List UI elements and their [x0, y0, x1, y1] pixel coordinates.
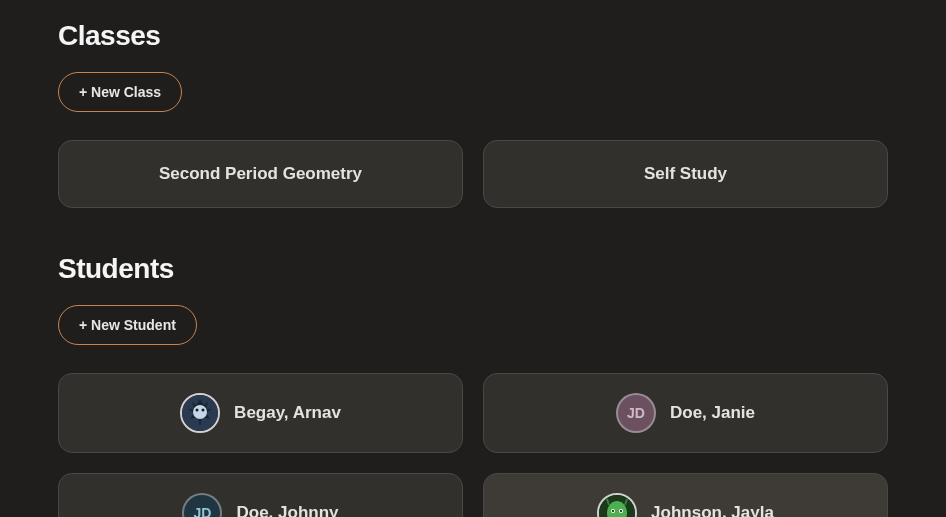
- classes-title: Classes: [58, 20, 888, 52]
- student-card[interactable]: JD Doe, Janie: [483, 373, 888, 453]
- classes-grid: Second Period Geometry Self Study: [58, 140, 888, 208]
- student-name: Doe, Johnny: [236, 503, 338, 517]
- class-card[interactable]: Self Study: [483, 140, 888, 208]
- avatar: JD: [616, 393, 656, 433]
- class-card[interactable]: Second Period Geometry: [58, 140, 463, 208]
- avatar-character-icon: [182, 395, 218, 431]
- student-name: Doe, Janie: [670, 403, 755, 423]
- avatar: [597, 493, 637, 517]
- svg-point-3: [202, 409, 205, 412]
- student-card[interactable]: Begay, Arnav: [58, 373, 463, 453]
- class-label: Self Study: [644, 164, 727, 184]
- students-section: Students + New Student Begay, Arnav JD D…: [58, 253, 888, 517]
- class-label: Second Period Geometry: [159, 164, 362, 184]
- student-name: Begay, Arnav: [234, 403, 341, 423]
- svg-point-7: [612, 510, 614, 512]
- svg-point-1: [193, 405, 207, 419]
- student-card[interactable]: Johnson, Jayla: [483, 473, 888, 517]
- avatar-initials: JD: [194, 505, 212, 517]
- new-student-button[interactable]: + New Student: [58, 305, 197, 345]
- student-card[interactable]: JD Doe, Johnny: [58, 473, 463, 517]
- svg-point-8: [620, 510, 622, 512]
- avatar-initials: JD: [627, 405, 645, 421]
- new-class-button[interactable]: + New Class: [58, 72, 182, 112]
- students-grid: Begay, Arnav JD Doe, Janie JD Doe, Johnn…: [58, 373, 888, 517]
- classes-section: Classes + New Class Second Period Geomet…: [58, 20, 888, 208]
- avatar-character-icon: [599, 495, 635, 517]
- svg-point-2: [196, 409, 199, 412]
- avatar: [180, 393, 220, 433]
- avatar: JD: [182, 493, 222, 517]
- student-name: Johnson, Jayla: [651, 503, 774, 517]
- students-title: Students: [58, 253, 888, 285]
